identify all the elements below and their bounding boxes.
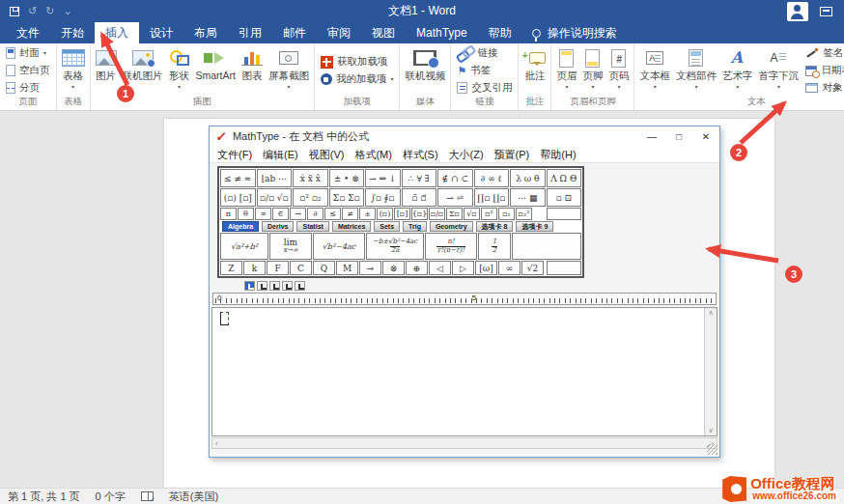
mathtype-tab[interactable]: Algebra <box>222 221 259 232</box>
signature-line-button[interactable]: 签名行▾ <box>803 45 844 61</box>
symbol-palette-button[interactable]: ∂ ∞ ℓ <box>474 169 510 187</box>
mathtype-tab[interactable]: Sets <box>374 221 400 232</box>
mathtype-tab[interactable]: Geometry <box>430 221 473 232</box>
small-symbol-button[interactable]: ≤ <box>324 208 341 220</box>
symbol-palette-button[interactable]: Λ Ω Θ <box>547 169 582 187</box>
small-symbol-button[interactable]: θ <box>238 208 254 220</box>
account-avatar[interactable] <box>787 2 808 21</box>
letter-symbol-button[interactable]: Q <box>313 261 335 275</box>
mathtype-tab[interactable]: Derivs <box>262 221 294 232</box>
comment-button[interactable]: 批注 <box>520 45 549 96</box>
word-count-status[interactable]: 0 个字 <box>96 490 126 504</box>
page-number-button[interactable]: 页码▾ <box>605 45 632 96</box>
proofing-status-icon[interactable] <box>141 491 154 501</box>
template-palette-button[interactable]: ▫̄ ▫⃗ <box>402 188 437 207</box>
object-button[interactable]: 对象▾ <box>803 80 844 96</box>
tab-stop-button[interactable] <box>257 281 267 291</box>
qat-dropdown-icon[interactable]: ⌄ <box>63 6 71 16</box>
shapes-button[interactable]: 形状▾ <box>166 45 193 96</box>
quick-parts-button[interactable]: 文档部件▾ <box>673 45 719 96</box>
template-palette-button[interactable]: ▫ ⊡ <box>547 188 582 207</box>
menu-item[interactable]: 大小(Z) <box>449 148 484 162</box>
symbol-palette-button[interactable]: λ ω θ <box>510 169 546 187</box>
symbol-palette-button[interactable]: x́ x̄ x̃ <box>293 169 328 187</box>
small-symbol-button[interactable]: Σ▫ <box>446 208 463 220</box>
ribbon-tab[interactable]: 引用 <box>228 22 272 43</box>
picture-button[interactable]: 图片 <box>93 45 120 96</box>
online-video-button[interactable]: 联机视频 <box>402 45 448 96</box>
letter-symbol-button[interactable]: M <box>336 261 358 275</box>
letter-symbol-button[interactable]: k <box>243 261 266 275</box>
letter-symbol-button[interactable]: ◁ <box>429 261 451 275</box>
ribbon-tab[interactable]: MathType <box>406 22 478 43</box>
template-palette-button[interactable]: ⋯ ▦ <box>510 188 546 207</box>
template-combination[interactable]: n!r!(n−r)! <box>425 233 477 260</box>
small-symbol-button[interactable]: ∂ <box>307 208 324 220</box>
mathtype-tab[interactable]: Matrices <box>332 221 371 232</box>
small-symbol-button[interactable]: ▫₂ <box>498 208 515 220</box>
link-button[interactable]: 链接 <box>455 45 514 61</box>
text-box-button[interactable]: 文本框▾ <box>636 45 673 96</box>
template-palette-button[interactable]: ▫∕▫ √▫ <box>257 188 293 207</box>
letter-symbol-button[interactable]: F <box>267 261 289 275</box>
menu-item[interactable]: 编辑(E) <box>263 148 298 162</box>
small-symbol-button[interactable]: ± <box>359 208 376 220</box>
letter-symbol-button[interactable]: ⊸ <box>359 261 381 275</box>
scroll-up-icon[interactable]: ∧ <box>708 309 713 317</box>
template-one-half[interactable]: 12 <box>478 233 511 260</box>
mathtype-title-bar[interactable]: MathType - 在 文档 中的公式 — □ ✕ <box>210 126 719 147</box>
menu-item[interactable]: 预置(P) <box>494 148 530 162</box>
small-symbol-button[interactable]: → <box>290 208 306 220</box>
letter-symbol-button[interactable]: Z <box>220 261 242 275</box>
table-button[interactable]: 表格▾ <box>59 45 88 96</box>
page-break-button[interactable]: 分页 <box>4 80 52 96</box>
online-pictures-button[interactable]: 联机图片 <box>120 45 166 96</box>
symbol-palette-button[interactable]: ⌊ab ⋯ <box>257 169 293 187</box>
mathtype-tab[interactable]: Statist <box>296 221 328 232</box>
letter-symbol-button[interactable]: [ω] <box>475 261 497 275</box>
close-icon[interactable]: ✕ <box>692 126 719 147</box>
bookmark-button[interactable]: ⚑ 书签 <box>455 63 514 78</box>
symbol-palette-button[interactable]: ∉ ∩ ⊂ <box>437 169 473 187</box>
letter-symbol-button[interactable]: ∞ <box>498 261 520 275</box>
ribbon-tab[interactable]: 帮助 <box>478 22 522 43</box>
mathtype-tab[interactable]: 选项卡 9 <box>516 221 553 232</box>
template-palette-button[interactable]: ∏▫ ∐▫ <box>474 188 510 207</box>
menu-item[interactable]: 格式(M) <box>354 148 392 162</box>
template-palette-button[interactable]: (▫) [▫] <box>220 188 256 207</box>
save-icon[interactable] <box>10 7 19 16</box>
small-symbol-button[interactable]: [▫] <box>394 208 410 220</box>
maximize-icon[interactable]: □ <box>665 126 692 147</box>
my-addins-button[interactable]: 我的加载项▾ <box>319 71 396 87</box>
small-symbol-button[interactable]: √▫ <box>464 208 480 220</box>
ribbon-tab[interactable]: 审阅 <box>317 22 361 43</box>
small-symbol-button[interactable]: ≠ <box>342 208 358 220</box>
page-count-status[interactable]: 第 1 页, 共 1 页 <box>8 490 80 504</box>
template-limit[interactable]: limx→∞ <box>269 233 312 260</box>
scroll-left-icon[interactable]: ‹ <box>215 439 218 448</box>
template-sqrt-discriminant[interactable]: √b²−4ac <box>313 233 365 260</box>
ribbon-tab[interactable]: 文件 <box>6 22 50 43</box>
drop-cap-button[interactable]: 首字下沉▾ <box>755 45 802 96</box>
vertical-scrollbar[interactable]: ∧∨ <box>704 308 717 435</box>
scroll-down-icon[interactable]: ∨ <box>708 427 713 434</box>
letter-symbol-button[interactable]: ⊗ <box>382 261 405 275</box>
symbol-palette-button[interactable]: ∴ ∀ ∃ <box>402 169 437 187</box>
small-symbol-button[interactable]: ▫∕▫ <box>429 208 445 220</box>
symbol-palette-button[interactable]: ≤ ≠ ≈ <box>220 169 256 187</box>
footer-button[interactable]: 页脚▾ <box>579 45 605 96</box>
ribbon-display-options-icon[interactable] <box>820 7 832 16</box>
template-palette-button[interactable]: ▫² ▫₂ <box>293 188 328 207</box>
ribbon-tab[interactable]: 视图 <box>361 22 406 43</box>
wordart-button[interactable]: 艺术字▾ <box>719 45 756 96</box>
undo-icon[interactable]: ↺ <box>28 6 37 16</box>
tab-stop-button[interactable] <box>295 281 305 291</box>
template-palette-button[interactable]: ⇀ ⇌ <box>437 188 473 207</box>
horizontal-scrollbar[interactable]: ‹› <box>211 437 717 449</box>
minimize-icon[interactable]: — <box>638 126 665 147</box>
cover-page-button[interactable]: 封面▾ <box>4 45 52 61</box>
symbol-palette-button[interactable]: → ⇔ ↓ <box>365 169 401 187</box>
mathtype-tab[interactable]: Trig <box>403 221 427 232</box>
menu-item[interactable]: 视图(V) <box>309 148 345 162</box>
ribbon-tab[interactable]: 设计 <box>139 22 183 43</box>
